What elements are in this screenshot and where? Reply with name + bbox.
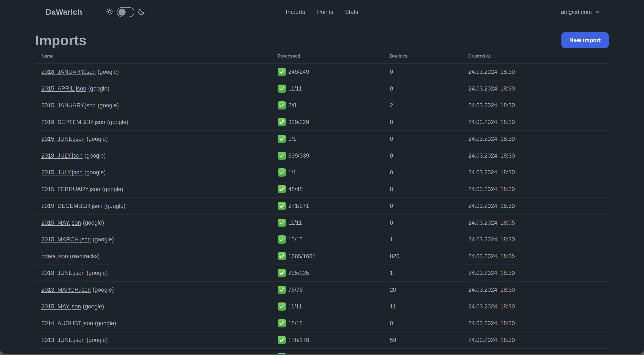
app-window: DaWarIch <box>0 0 644 354</box>
doubles-count: 1 <box>390 270 468 276</box>
table-row: 2018_JANUARY.json(google) 249/249 0 24.0… <box>36 64 608 80</box>
account-menu[interactable]: ab@cd.com <box>561 9 600 15</box>
import-source-label: (google) <box>88 85 110 92</box>
check-icon <box>278 336 286 344</box>
doubles-count: 0 <box>390 152 468 159</box>
import-file-link[interactable]: 2015_MAY.json <box>41 303 81 310</box>
processed-cell: 271/271 <box>278 202 390 210</box>
import-file-link[interactable]: 2015_JANUARY.json <box>41 102 96 109</box>
import-source-label: (google) <box>92 236 114 243</box>
check-icon <box>278 219 286 227</box>
nav-item-stats[interactable]: Stats <box>345 9 358 15</box>
created-at: 24.03.2024, 18:30 <box>468 85 608 92</box>
page-title: Imports <box>36 32 87 48</box>
check-icon <box>278 84 286 93</box>
doubles-count: 0 <box>390 136 468 142</box>
check-icon <box>278 68 286 76</box>
table-row: 2018_JUNE.json(google) 235/235 1 24.03.2… <box>36 265 608 282</box>
check-icon <box>278 168 286 177</box>
navbar-left: DaWarIch <box>0 7 145 17</box>
created-at: 24.03.2024, 18:30 <box>468 136 608 142</box>
import-file-link[interactable]: odata.json <box>41 253 68 260</box>
import-file-link[interactable]: 2019_DECEMBER.json <box>41 203 102 209</box>
import-source-label: (google) <box>104 203 126 209</box>
main-nav: Imports Points Stats <box>286 9 358 15</box>
nav-item-points[interactable]: Points <box>317 9 333 15</box>
doubles-count: 0 <box>390 203 468 209</box>
doubles-count: 0 <box>390 169 468 176</box>
import-source-label: (google) <box>84 169 106 176</box>
check-icon <box>278 235 286 244</box>
doubles-count: 820 <box>390 253 468 260</box>
import-file-link[interactable]: 2015_MAY.json <box>41 219 81 226</box>
import-file-link[interactable]: 2015_FEBRUARY.json <box>41 186 100 192</box>
doubles-count: 0 <box>390 119 468 125</box>
nav-item-imports[interactable]: Imports <box>286 9 305 15</box>
processed-count: 11/11 <box>288 219 302 226</box>
created-at: 24.03.2024, 18:30 <box>468 68 608 75</box>
check-icon <box>278 269 286 277</box>
name-cell: odata.json(owntracks) <box>41 253 278 260</box>
processed-cell: 1/1 <box>278 168 390 177</box>
name-cell: 2015_MAY.json(google) <box>41 219 278 226</box>
table-row: 2015_JANUARY.json(google) 8/8 2 24.03.20… <box>36 97 608 114</box>
processed-cell: 11/11 <box>278 219 390 227</box>
check-icon <box>278 101 286 109</box>
import-file-link[interactable]: 2019_SEPTEMBER.json <box>41 119 105 125</box>
name-cell: 2015_APRIL.json(google) <box>41 85 278 92</box>
new-import-button[interactable]: New import <box>562 32 608 48</box>
table-row: odata.json(owntracks) 1665/1665 820 24.0… <box>36 248 608 265</box>
processed-cell: 75/75 <box>278 286 390 294</box>
created-at: 24.03.2024, 18:30 <box>468 119 608 125</box>
table-header-row: Name Processed Doubles Created at <box>36 49 608 64</box>
table-body: 2018_JANUARY.json(google) 249/249 0 24.0… <box>36 64 608 354</box>
theme-toggle-group <box>106 7 145 17</box>
import-source-label: (google) <box>92 287 114 293</box>
name-cell: 2018_JULY.json(google) <box>41 152 278 159</box>
table-row: 2015_JUNE.json(google) 1/1 0 24.03.2024,… <box>36 131 608 147</box>
name-cell: 2013_JUNE.json(google) <box>41 337 278 344</box>
created-at: 24.03.2024, 18:05 <box>468 219 608 226</box>
import-file-link[interactable]: 2015_APRIL.json <box>41 85 86 92</box>
created-at: 24.03.2024, 18:05 <box>468 253 608 260</box>
processed-cell: 11/11 <box>278 84 390 93</box>
sun-icon <box>106 8 114 16</box>
import-file-link[interactable]: 2018_JUNE.json <box>41 270 85 276</box>
import-file-link[interactable]: 2013_JUNE.json <box>41 337 85 343</box>
processed-count: 1/1 <box>288 136 296 142</box>
check-icon <box>278 152 286 160</box>
check-icon <box>278 185 286 193</box>
processed-count: 1/1 <box>288 169 296 176</box>
processed-count: 249/249 <box>288 68 309 75</box>
app-logo[interactable]: DaWarIch <box>46 8 82 16</box>
import-source-label: (google) <box>87 136 108 142</box>
account-email: ab@cd.com <box>561 9 592 15</box>
check-icon <box>278 286 286 294</box>
check-icon <box>278 252 286 260</box>
theme-toggle-knob <box>118 8 126 16</box>
table-row: 2013_JUNE.json(google) 178/178 59 24.03.… <box>36 332 608 349</box>
title-row: Imports New import <box>36 32 608 49</box>
processed-count: 235/235 <box>288 270 309 276</box>
navbar: DaWarIch <box>0 0 644 24</box>
import-file-link[interactable]: 2018_JULY.json <box>41 152 82 159</box>
table-row: 2015_MARCH.json(google) 15/15 1 24.03.20… <box>36 231 608 248</box>
processed-count: 271/271 <box>288 203 309 209</box>
processed-cell: 329/329 <box>278 118 390 126</box>
import-file-link[interactable]: 2015_JUNE.json <box>41 136 85 142</box>
import-source-label: (google) <box>83 219 104 226</box>
import-file-link[interactable]: 2014_AUGUST.json <box>41 320 93 327</box>
import-file-link[interactable]: 2015_JULY.json <box>41 169 82 176</box>
column-header-name: Name <box>41 53 278 59</box>
import-file-link[interactable]: 2015_MARCH.json <box>41 236 91 243</box>
name-cell <box>41 354 278 354</box>
created-at: 24.03.2024, 18:30 <box>468 287 608 293</box>
import-source-label: (google) <box>95 320 116 327</box>
import-file-link[interactable]: 2013_MARCH.json <box>41 287 91 293</box>
check-icon <box>278 202 286 210</box>
column-header-doubles: Doubles <box>390 53 468 59</box>
theme-toggle[interactable] <box>117 7 134 17</box>
import-file-link[interactable]: 2018_JANUARY.json <box>41 68 96 75</box>
table-row: 2015_MAY.json(google) 11/11 0 24.03.2024… <box>36 215 608 231</box>
name-cell: 2014_AUGUST.json(google) <box>41 320 278 327</box>
